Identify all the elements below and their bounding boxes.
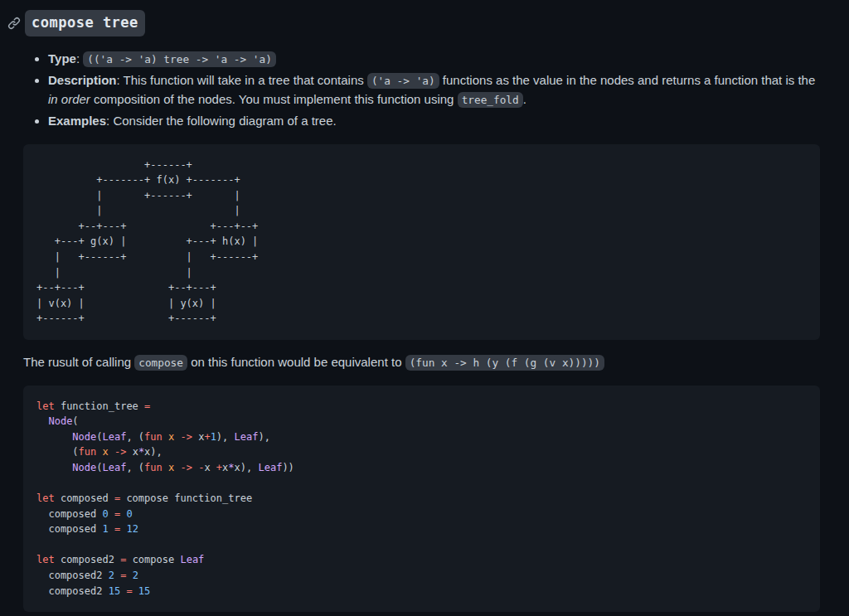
description-label: Description — [48, 73, 117, 87]
examples-item: Examples: Consider the following diagram… — [48, 112, 820, 131]
result-text-1: The rusult of calling — [23, 355, 134, 369]
type-signature-code: (('a -> 'a) tree -> 'a -> 'a) — [83, 51, 276, 67]
examples-text: : Consider the following diagram of a tr… — [106, 114, 337, 128]
result-text-2: on this function would be equivalent to — [187, 355, 405, 369]
example-code-block: let function_tree = Node( Node(Leaf, (fu… — [23, 386, 820, 613]
description-text-4: . — [523, 92, 526, 106]
result-code-2: (fun x -> h (y (f (g (v x))))) — [405, 355, 604, 371]
result-paragraph: The rusult of calling compose on this fu… — [23, 353, 820, 372]
description-item: Description: This function will take in … — [48, 71, 820, 109]
type-item: Type: (('a -> 'a) tree -> 'a -> 'a) — [48, 50, 820, 69]
type-sep: : — [76, 51, 83, 65]
result-code-1: compose — [134, 355, 187, 371]
anchor-link[interactable] — [7, 17, 21, 30]
description-code-1: ('a -> 'a) — [367, 73, 439, 89]
heading-code-badge: compose tree — [25, 10, 145, 36]
description-text-2: functions as the value in the nodes and … — [439, 73, 816, 87]
description-italic: in order — [48, 92, 90, 106]
markdown-body: compose tree Type: (('a -> 'a) tree -> '… — [0, 0, 849, 612]
spec-list: Type: (('a -> 'a) tree -> 'a -> 'a) Desc… — [23, 50, 820, 131]
section-heading: compose tree — [7, 10, 820, 36]
examples-label: Examples — [48, 114, 106, 128]
description-code-2: tree_fold — [458, 92, 523, 108]
description-text-1: : This function will take in a tree that… — [117, 73, 367, 87]
example-code-lines: let function_tree = Node( Node(Leaf, (fu… — [36, 400, 294, 597]
description-text-3: composition of the nodes. You must imple… — [90, 92, 458, 106]
tree-diagram-block: +------+ +-------+ f(x) +-------+ | +---… — [23, 144, 820, 341]
link-icon — [7, 17, 21, 30]
tree-diagram-ascii: +------+ +-------+ f(x) +-------+ | +---… — [36, 159, 258, 325]
type-label: Type — [48, 51, 76, 65]
